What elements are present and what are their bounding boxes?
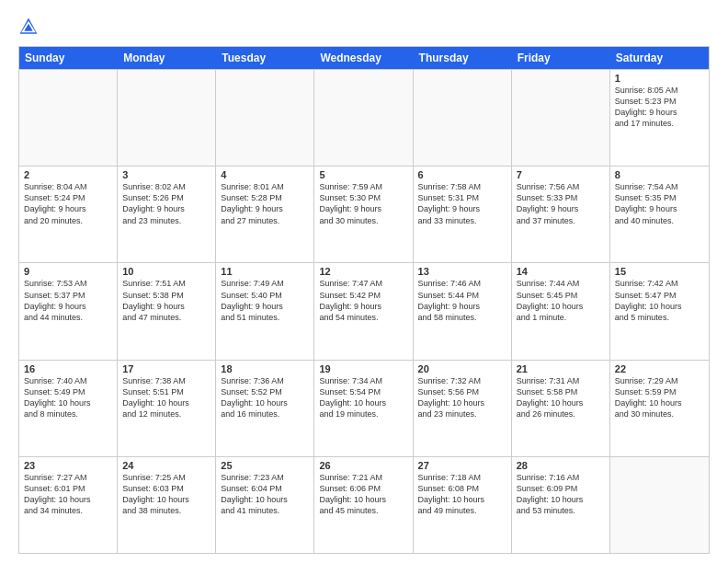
cal-cell-empty-0-4 xyxy=(414,70,512,166)
day-detail: Sunrise: 7:49 AM Sunset: 5:40 PM Dayligh… xyxy=(221,278,309,323)
cal-cell-20: 20Sunrise: 7:32 AM Sunset: 5:56 PM Dayli… xyxy=(414,361,512,456)
day-number: 3 xyxy=(122,169,210,180)
day-number: 9 xyxy=(24,266,112,277)
cal-cell-4: 4Sunrise: 8:01 AM Sunset: 5:28 PM Daylig… xyxy=(216,167,314,262)
cal-cell-23: 23Sunrise: 7:27 AM Sunset: 6:01 PM Dayli… xyxy=(19,457,118,553)
day-detail: Sunrise: 7:23 AM Sunset: 6:04 PM Dayligh… xyxy=(221,472,309,517)
header-day-tuesday: Tuesday xyxy=(216,47,314,69)
day-number: 19 xyxy=(319,363,407,374)
cal-cell-13: 13Sunrise: 7:46 AM Sunset: 5:44 PM Dayli… xyxy=(414,263,512,359)
day-detail: Sunrise: 7:54 AM Sunset: 5:35 PM Dayligh… xyxy=(615,181,704,226)
cal-cell-14: 14Sunrise: 7:44 AM Sunset: 5:45 PM Dayli… xyxy=(512,263,610,359)
day-number: 1 xyxy=(615,73,704,84)
day-detail: Sunrise: 8:05 AM Sunset: 5:23 PM Dayligh… xyxy=(615,85,704,130)
day-number: 25 xyxy=(221,460,309,471)
cal-cell-17: 17Sunrise: 7:38 AM Sunset: 5:51 PM Dayli… xyxy=(118,361,216,456)
day-detail: Sunrise: 7:42 AM Sunset: 5:47 PM Dayligh… xyxy=(615,278,704,323)
calendar-body: 1Sunrise: 8:05 AM Sunset: 5:23 PM Daylig… xyxy=(19,69,709,553)
day-number: 7 xyxy=(517,169,605,180)
cal-cell-5: 5Sunrise: 7:59 AM Sunset: 5:30 PM Daylig… xyxy=(314,167,413,262)
day-number: 16 xyxy=(24,363,112,374)
day-detail: Sunrise: 7:59 AM Sunset: 5:30 PM Dayligh… xyxy=(319,181,407,226)
header-day-sunday: Sunday xyxy=(19,47,118,69)
day-detail: Sunrise: 7:25 AM Sunset: 6:03 PM Dayligh… xyxy=(122,472,210,517)
cal-cell-empty-0-3 xyxy=(314,70,413,166)
day-number: 5 xyxy=(319,169,407,180)
cal-cell-empty-4-6 xyxy=(610,457,709,553)
day-detail: Sunrise: 7:51 AM Sunset: 5:38 PM Dayligh… xyxy=(122,278,210,323)
day-number: 24 xyxy=(122,460,210,471)
week-row-4: 16Sunrise: 7:40 AM Sunset: 5:49 PM Dayli… xyxy=(19,360,709,456)
week-row-1: 1Sunrise: 8:05 AM Sunset: 5:23 PM Daylig… xyxy=(19,69,709,166)
day-detail: Sunrise: 7:38 AM Sunset: 5:51 PM Dayligh… xyxy=(122,375,210,420)
week-row-2: 2Sunrise: 8:04 AM Sunset: 5:24 PM Daylig… xyxy=(19,166,709,262)
day-detail: Sunrise: 7:27 AM Sunset: 6:01 PM Dayligh… xyxy=(24,472,112,517)
day-detail: Sunrise: 7:18 AM Sunset: 6:08 PM Dayligh… xyxy=(418,472,506,517)
calendar: SundayMondayTuesdayWednesdayThursdayFrid… xyxy=(18,46,710,554)
day-detail: Sunrise: 8:04 AM Sunset: 5:24 PM Dayligh… xyxy=(24,181,112,226)
day-detail: Sunrise: 7:58 AM Sunset: 5:31 PM Dayligh… xyxy=(418,181,506,226)
cal-cell-8: 8Sunrise: 7:54 AM Sunset: 5:35 PM Daylig… xyxy=(610,167,709,262)
day-number: 26 xyxy=(319,460,407,471)
header-day-friday: Friday xyxy=(512,47,610,69)
day-detail: Sunrise: 7:16 AM Sunset: 6:09 PM Dayligh… xyxy=(517,472,605,517)
cal-cell-empty-0-0 xyxy=(19,70,118,166)
day-detail: Sunrise: 7:36 AM Sunset: 5:52 PM Dayligh… xyxy=(221,375,309,420)
day-number: 2 xyxy=(24,169,112,180)
header-day-saturday: Saturday xyxy=(610,47,709,69)
page: SundayMondayTuesdayWednesdayThursdayFrid… xyxy=(0,0,728,563)
header-day-thursday: Thursday xyxy=(414,47,512,69)
cal-cell-7: 7Sunrise: 7:56 AM Sunset: 5:33 PM Daylig… xyxy=(512,167,610,262)
cal-cell-9: 9Sunrise: 7:53 AM Sunset: 5:37 PM Daylig… xyxy=(19,263,118,359)
cal-cell-11: 11Sunrise: 7:49 AM Sunset: 5:40 PM Dayli… xyxy=(216,263,314,359)
cal-cell-15: 15Sunrise: 7:42 AM Sunset: 5:47 PM Dayli… xyxy=(610,263,709,359)
day-number: 28 xyxy=(517,460,605,471)
day-number: 11 xyxy=(221,266,309,277)
cal-cell-19: 19Sunrise: 7:34 AM Sunset: 5:54 PM Dayli… xyxy=(314,361,413,456)
day-detail: Sunrise: 7:53 AM Sunset: 5:37 PM Dayligh… xyxy=(24,278,112,323)
calendar-header: SundayMondayTuesdayWednesdayThursdayFrid… xyxy=(19,47,709,69)
day-number: 8 xyxy=(615,169,704,180)
cal-cell-empty-0-1 xyxy=(118,70,216,166)
cal-cell-22: 22Sunrise: 7:29 AM Sunset: 5:59 PM Dayli… xyxy=(610,361,709,456)
cal-cell-10: 10Sunrise: 7:51 AM Sunset: 5:38 PM Dayli… xyxy=(118,263,216,359)
day-detail: Sunrise: 7:44 AM Sunset: 5:45 PM Dayligh… xyxy=(517,278,605,323)
day-detail: Sunrise: 7:32 AM Sunset: 5:56 PM Dayligh… xyxy=(418,375,506,420)
day-number: 21 xyxy=(517,363,605,374)
cal-cell-2: 2Sunrise: 8:04 AM Sunset: 5:24 PM Daylig… xyxy=(19,167,118,262)
day-number: 6 xyxy=(418,169,506,180)
cal-cell-28: 28Sunrise: 7:16 AM Sunset: 6:09 PM Dayli… xyxy=(512,457,610,553)
logo xyxy=(18,17,42,37)
cal-cell-27: 27Sunrise: 7:18 AM Sunset: 6:08 PM Dayli… xyxy=(414,457,512,553)
header-day-monday: Monday xyxy=(118,47,216,69)
day-number: 12 xyxy=(319,266,407,277)
day-detail: Sunrise: 7:31 AM Sunset: 5:58 PM Dayligh… xyxy=(517,375,605,420)
day-number: 23 xyxy=(24,460,112,471)
cal-cell-24: 24Sunrise: 7:25 AM Sunset: 6:03 PM Dayli… xyxy=(118,457,216,553)
header xyxy=(18,17,710,37)
day-detail: Sunrise: 7:40 AM Sunset: 5:49 PM Dayligh… xyxy=(24,375,112,420)
cal-cell-16: 16Sunrise: 7:40 AM Sunset: 5:49 PM Dayli… xyxy=(19,361,118,456)
day-detail: Sunrise: 7:21 AM Sunset: 6:06 PM Dayligh… xyxy=(319,472,407,517)
day-number: 14 xyxy=(517,266,605,277)
day-number: 22 xyxy=(615,363,704,374)
cal-cell-empty-0-5 xyxy=(512,70,610,166)
cal-cell-18: 18Sunrise: 7:36 AM Sunset: 5:52 PM Dayli… xyxy=(216,361,314,456)
day-detail: Sunrise: 7:34 AM Sunset: 5:54 PM Dayligh… xyxy=(319,375,407,420)
cal-cell-21: 21Sunrise: 7:31 AM Sunset: 5:58 PM Dayli… xyxy=(512,361,610,456)
generalblue-icon xyxy=(18,17,39,37)
week-row-5: 23Sunrise: 7:27 AM Sunset: 6:01 PM Dayli… xyxy=(19,456,709,553)
day-number: 10 xyxy=(122,266,210,277)
cal-cell-12: 12Sunrise: 7:47 AM Sunset: 5:42 PM Dayli… xyxy=(314,263,413,359)
day-detail: Sunrise: 7:56 AM Sunset: 5:33 PM Dayligh… xyxy=(517,181,605,226)
day-number: 17 xyxy=(122,363,210,374)
week-row-3: 9Sunrise: 7:53 AM Sunset: 5:37 PM Daylig… xyxy=(19,262,709,359)
cal-cell-6: 6Sunrise: 7:58 AM Sunset: 5:31 PM Daylig… xyxy=(414,167,512,262)
day-number: 13 xyxy=(418,266,506,277)
cal-cell-empty-0-2 xyxy=(216,70,314,166)
cal-cell-25: 25Sunrise: 7:23 AM Sunset: 6:04 PM Dayli… xyxy=(216,457,314,553)
day-number: 4 xyxy=(221,169,309,180)
cal-cell-1: 1Sunrise: 8:05 AM Sunset: 5:23 PM Daylig… xyxy=(610,70,709,166)
day-detail: Sunrise: 7:47 AM Sunset: 5:42 PM Dayligh… xyxy=(319,278,407,323)
day-number: 18 xyxy=(221,363,309,374)
